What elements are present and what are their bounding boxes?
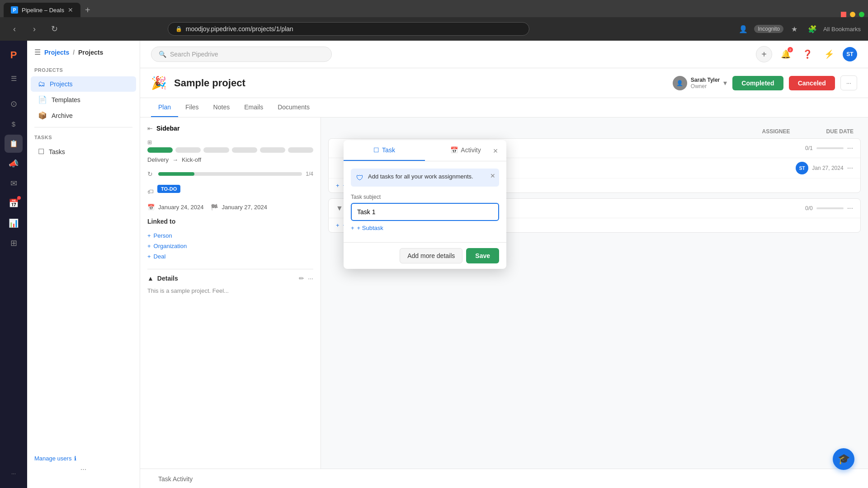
stage-step-4 [232, 147, 257, 153]
save-btn[interactable]: Save [466, 248, 499, 263]
lightning-btn[interactable]: ⚡ [821, 46, 837, 62]
tab-files[interactable]: Files [178, 98, 206, 117]
add-person-link[interactable]: + Person [147, 230, 313, 241]
add-deal-link[interactable]: + Deal [147, 251, 313, 262]
task-1-more-btn[interactable]: ··· [847, 164, 853, 172]
search-bar[interactable]: 🔍 Search Pipedrive [151, 47, 332, 62]
add-org-plus-icon: + [147, 243, 151, 249]
tasks-nav-icon: ☐ [38, 147, 44, 156]
tab-task-activity[interactable]: Task Activity [151, 469, 200, 488]
forward-btn[interactable]: › [27, 22, 42, 36]
end-date-item: 🏁 January 27, 2024 [211, 204, 267, 211]
sidebar-item-archive[interactable]: 📦 Archive [31, 108, 136, 123]
sidebar-icon-more[interactable]: ··· [5, 465, 23, 483]
add-more-details-btn[interactable]: Add more details [400, 248, 462, 263]
add-org-link[interactable]: + Organization [147, 241, 313, 251]
help-btn[interactable]: ❓ [799, 46, 816, 62]
impl-more-btn[interactable]: ··· [847, 204, 853, 212]
manage-users-btn[interactable]: Manage users ℹ [34, 455, 132, 462]
manage-users-label: Manage users [34, 455, 71, 462]
section-1-more-btn[interactable]: ··· [847, 144, 853, 152]
details-label: Details [157, 275, 178, 282]
project-more-btn[interactable]: ··· [840, 75, 857, 90]
templates-nav-icon: 📄 [38, 95, 47, 104]
owner-role: Owner [691, 83, 720, 89]
modal-tab-task[interactable]: ☐ Task [344, 140, 425, 161]
notifications-bell-btn[interactable]: 🔔 2 [778, 46, 794, 62]
owner-info: Sarah Tyler Owner [691, 77, 720, 89]
task-subject-label: Task subject [351, 194, 499, 200]
modal-close-btn[interactable]: × [488, 144, 503, 158]
sidebar-icon-megaphone[interactable]: 📣 [5, 155, 23, 173]
address-text: moodjoy.pipedrive.com/projects/1/plan [186, 25, 293, 33]
sidebar-icon-grid[interactable]: ⊞ [5, 234, 23, 252]
win-maximize[interactable] [850, 12, 855, 17]
hint-close-btn[interactable]: ✕ [490, 172, 495, 179]
refresh-btn[interactable]: ↻ [47, 22, 61, 36]
section-1-bar [816, 147, 844, 149]
fab-btn[interactable]: 🎓 [833, 448, 854, 470]
main-sidebar: ☰ Projects / Projects PROJECTS 🗂 Project… [27, 41, 140, 488]
sidebar-icon-reports[interactable]: 📊 [5, 214, 23, 232]
tab-documents[interactable]: Documents [270, 98, 317, 117]
sidebar-icon-calendar[interactable]: 📅 [5, 194, 23, 212]
task-progress-bar [158, 172, 302, 176]
completed-btn[interactable]: Completed [732, 76, 783, 90]
win-minimize[interactable] [841, 12, 846, 17]
sidebar-icon-home[interactable]: ⊙ [5, 95, 23, 113]
details-header[interactable]: ▲ Details ✏ ··· [147, 275, 313, 282]
sidebar-item-projects[interactable]: 🗂 Projects [31, 76, 136, 92]
brand-logo[interactable]: P [5, 46, 23, 64]
stage-to-label: Kick-off [182, 156, 201, 163]
extension-icon[interactable]: 🧩 [805, 22, 820, 36]
sidebar-panel-collapse-icon[interactable]: ⇤ [147, 125, 153, 132]
details-description: This is a sample project. Feel... [147, 287, 313, 294]
modal-header: ☐ Task 📅 Activity [344, 140, 506, 161]
owner-dropdown-icon[interactable]: ▾ [723, 79, 727, 87]
task-subject-input[interactable] [351, 203, 499, 221]
bookmark-star-icon[interactable]: ★ [787, 22, 802, 36]
stage-step-1 [147, 147, 173, 153]
fab-icon: 🎓 [838, 453, 850, 465]
activity-tab-icon: 📅 [450, 146, 458, 154]
sidebar-icon-mail[interactable]: ✉ [5, 174, 23, 192]
new-tab-btn[interactable]: + [81, 3, 94, 17]
task-tab-icon: ☐ [373, 146, 379, 154]
sidebar-icon-menu[interactable]: ☰ [5, 70, 23, 88]
linked-title: Linked to [147, 218, 313, 225]
tab-close-btn[interactable]: ✕ [68, 6, 73, 14]
label-icon: 🏷 [147, 188, 154, 195]
sidebar-panel-title: Sidebar [156, 125, 179, 132]
dates-row: 📅 January 24, 2024 🏁 January 27, 2024 [147, 204, 313, 211]
user-avatar[interactable]: ST [843, 47, 857, 61]
win-close[interactable] [859, 12, 864, 17]
incognito-icon[interactable]: 👤 [736, 22, 750, 36]
sidebar-item-templates[interactable]: 📄 Templates [31, 92, 136, 108]
sidebar-icon-projects[interactable]: 📋 [5, 135, 23, 153]
add-subtask-btn[interactable]: + + Subtask [351, 221, 499, 235]
add-btn[interactable]: + [756, 46, 772, 62]
canceled-btn[interactable]: Canceled [789, 76, 835, 90]
stage-labels: Delivery → Kick-off [147, 156, 313, 163]
browser-chrome: P Pipeline – Deals ✕ + ‹ › ↻ 🔒 moodjoy.p… [0, 0, 868, 41]
task-1-due: Jan 27, 2024 [812, 165, 843, 171]
tab-plan[interactable]: Plan [151, 98, 178, 117]
sidebar-more-btn[interactable]: ··· [34, 465, 132, 474]
add-task-icon-1: + [336, 182, 340, 189]
address-bar[interactable]: 🔒 moodjoy.pipedrive.com/projects/1/plan [168, 22, 529, 36]
active-tab[interactable]: P Pipeline – Deals ✕ [4, 3, 80, 17]
sidebar-bottom: Manage users ℹ ··· [27, 448, 140, 481]
sidebar-menu-icon[interactable]: ☰ [34, 48, 41, 56]
sidebar-icon-deals[interactable]: $ [5, 115, 23, 133]
details-more-btn[interactable]: ··· [308, 275, 313, 282]
modal-footer: Add more details Save [344, 242, 506, 269]
calendar-badge [17, 196, 21, 200]
details-edit-btn[interactable]: ✏ [299, 275, 304, 282]
tab-emails[interactable]: Emails [237, 98, 270, 117]
tab-notes[interactable]: Notes [206, 98, 237, 117]
add-deal-label: Deal [154, 253, 166, 260]
impl-collapse-icon[interactable]: ▼ [336, 204, 343, 212]
sidebar-item-tasks[interactable]: ☐ Tasks [31, 144, 136, 160]
back-btn[interactable]: ‹ [7, 22, 22, 36]
breadcrumb-projects-link[interactable]: Projects [44, 49, 69, 56]
